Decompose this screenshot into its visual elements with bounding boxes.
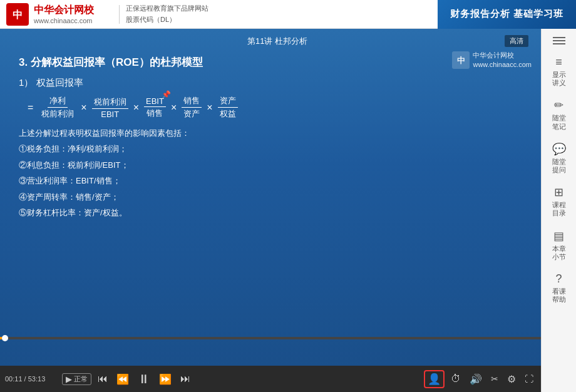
slide-heading: 3. 分解权益回报率（ROE）的杜邦模型 [19, 55, 522, 70]
sidebar-item-lecture[interactable]: ≡ 显示讲义 [543, 51, 575, 92]
sidebar-item-catalog[interactable]: ⊞ 课程目录 [543, 180, 575, 222]
svg-text:中: 中 [13, 9, 23, 20]
watermark: 中 中华会计网校 www.chinaacc.com [452, 51, 532, 70]
svg-text:中: 中 [457, 56, 465, 65]
sidebar-label-catalog: 课程目录 [552, 201, 566, 217]
rewind-button[interactable]: ⏪ [114, 372, 131, 386]
fraction-2: 税前利润 EBIT [92, 96, 128, 119]
watermark-text: 中华会计网校 www.chinaacc.com [473, 51, 532, 70]
text-item-1: ①税务负担：净利/税前利润； [19, 142, 522, 156]
logo-icon: 中 [6, 3, 29, 26]
watermark-site: 中华会计网校 [473, 51, 532, 60]
speed-label: 正常 [74, 374, 88, 384]
pin-icon: 📌 [162, 90, 171, 99]
logo-title: 中华会计网校 [34, 4, 94, 17]
sidebar-item-help[interactable]: ? 看课帮助 [543, 267, 575, 309]
header: 中 中华会计网校 www.chinaacc.com 正保远程教育旗下品牌网站 股… [0, 0, 576, 29]
slide-sub-heading: 1） 权益回报率 [19, 77, 522, 89]
user-button[interactable]: 👤 [424, 370, 445, 388]
video-controls: 00:11 / 53:13 ▶ 正常 ⏮ ⏪ ⏸ ⏩ ⏭ 👤 ⏱ 🔊 ✂ ⚙ ⛶ [0, 366, 541, 392]
progress-dot [2, 335, 8, 341]
text-item-5: ⑤财务杠杆比率：资产/权益。 [19, 205, 522, 220]
sidebar-item-chapter[interactable]: ▤ 本章小节 [543, 224, 575, 266]
video-title: 第11讲 杜邦分析 [50, 36, 505, 47]
fast-forward-button[interactable]: ⏩ [157, 372, 174, 386]
video-content[interactable]: 第11讲 杜邦分析 高清 中 中华会计网校 www.chinaacc.com 3… [0, 29, 541, 366]
watermark-url: www.chinaacc.com [473, 60, 532, 70]
header-divider [119, 5, 120, 24]
fraction-1: 净利 税前利润 [39, 95, 76, 120]
hd-badge: 高清 [505, 35, 528, 47]
progress-bar-area[interactable] [0, 337, 541, 339]
notes-icon: ✏ [554, 98, 563, 112]
course-title: 财务报告分析 基础学习班 [438, 0, 576, 29]
fraction-5: 资产 权益 [218, 95, 238, 120]
watermark-icon: 中 [452, 51, 470, 69]
catalog-icon: ⊞ [554, 185, 563, 199]
settings-button[interactable]: ⚙ [505, 372, 518, 386]
time-display: 00:11 / 53:13 [5, 375, 58, 383]
logo-text: 中华会计网校 www.chinaacc.com [34, 4, 94, 24]
slide-text-block: 上述分解过程表明权益回报率的影响因素包括： ①税务负担：净利/税前利润； ②利息… [19, 126, 522, 220]
sidebar-item-ask[interactable]: 💬 随堂提问 [543, 137, 575, 179]
sidebar-label-notes: 随堂笔记 [552, 114, 566, 130]
times-3: × [171, 102, 177, 113]
equals-sign: = [28, 102, 33, 113]
text-item-3: ③营业利润率：EBIT/销售； [19, 173, 522, 188]
ask-icon: 💬 [552, 142, 566, 156]
chapter-icon: ▤ [553, 229, 564, 243]
header-slogan: 正保远程教育旗下品牌网站 股票代码（DL） [126, 3, 208, 25]
sidebar-label-chapter: 本章小节 [552, 245, 566, 261]
fullscreen-button[interactable]: ⛶ [522, 373, 536, 385]
times-2: × [133, 102, 139, 113]
lecture-icon: ≡ [555, 56, 562, 69]
slide-content: 3. 分解权益回报率（ROE）的杜邦模型 1） 权益回报率 = 净利 税前利润 … [13, 52, 528, 359]
speed-badge[interactable]: ▶ 正常 [62, 373, 91, 385]
skip-to-start-button[interactable]: ⏮ [95, 372, 110, 386]
sidebar-item-notes[interactable]: ✏ 随堂笔记 [543, 93, 575, 135]
times-1: × [81, 102, 86, 113]
formula-line: = 净利 税前利润 × 税前利润 EBIT × EBIT 销售 📌 [25, 95, 522, 120]
fraction-4: 销售 资产 [182, 95, 202, 120]
main-container: 第11讲 杜邦分析 高清 中 中华会计网校 www.chinaacc.com 3… [0, 29, 576, 392]
sidebar-label-ask: 随堂提问 [552, 158, 566, 174]
logo-url: www.chinaacc.com [34, 17, 94, 24]
times-4: × [207, 102, 212, 113]
video-top-bar: 第11讲 杜邦分析 高清 [13, 35, 528, 47]
screenshot-button[interactable]: ✂ [488, 373, 501, 385]
help-icon: ? [555, 272, 562, 286]
logo-area: 中 中华会计网校 www.chinaacc.com [0, 3, 113, 26]
text-item-2: ②利息负担：税前利润/EBIT； [19, 158, 522, 172]
slogan-line2: 股票代码（DL） [126, 14, 208, 26]
sidebar-label-lecture: 显示讲义 [552, 71, 566, 87]
video-wrapper: 第11讲 杜邦分析 高清 中 中华会计网校 www.chinaacc.com 3… [0, 29, 541, 392]
right-sidebar: ≡ 显示讲义 ✏ 随堂笔记 💬 随堂提问 ⊞ 课程目录 ▤ 本章小节 ? 看课帮… [541, 29, 576, 392]
clock-button[interactable]: ⏱ [448, 372, 463, 386]
text-item-4: ④资产周转率：销售/资产； [19, 190, 522, 204]
text-intro: 上述分解过程表明权益回报率的影响因素包括： [19, 126, 522, 140]
slogan-line1: 正保远程教育旗下品牌网站 [126, 3, 208, 14]
pause-button[interactable]: ⏸ [135, 371, 153, 388]
skip-to-end-button[interactable]: ⏭ [178, 372, 193, 386]
menu-bars [550, 32, 568, 49]
volume-button[interactable]: 🔊 [467, 372, 485, 386]
fraction-3: EBIT 销售 📌 [144, 96, 166, 119]
sidebar-label-help: 看课帮助 [552, 287, 566, 304]
